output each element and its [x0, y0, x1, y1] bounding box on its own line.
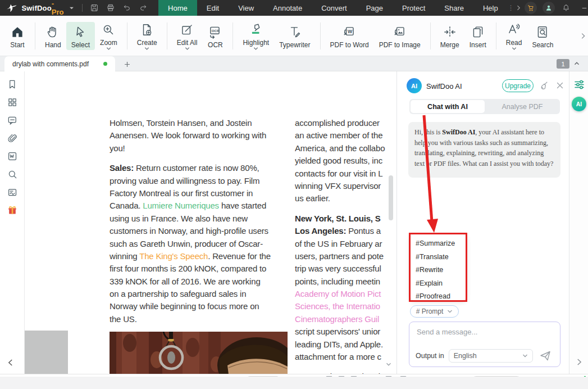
cursor-icon [73, 25, 88, 39]
toolbar-label: Typewriter [279, 41, 310, 49]
swifdoo-app-window: SwifDoo-Pro HomeEditViewAnnotateConvertP… [0, 0, 588, 389]
ribbon-drag-handle[interactable]: ⋮ [508, 4, 514, 12]
ai-assistant-button[interactable]: AI [572, 97, 586, 111]
sidebar-gift-icon[interactable] [6, 203, 19, 217]
menu-annotate[interactable]: Annotate [263, 0, 312, 16]
swifdoo-ai-logo-icon: AI [407, 78, 422, 93]
toolbar-search-button[interactable]: Search [527, 22, 558, 50]
hand-icon [45, 25, 60, 39]
sidebar-signature-icon[interactable] [6, 186, 19, 199]
toolbar-merge-button[interactable]: Merge [435, 22, 464, 50]
toolbar-zoom-button[interactable]: Zoom [95, 20, 122, 52]
menu-view[interactable]: View [229, 0, 263, 16]
toolbar-pdf-to-image-button[interactable]: PDF to Image [374, 22, 426, 50]
dropdown-caret-icon [512, 47, 517, 51]
toolbar-pdf-to-word-button[interactable]: WPDF to Word [325, 22, 374, 50]
save-button[interactable] [86, 0, 102, 16]
pdf-text: Aanensen. We look forward to working wit… [110, 130, 266, 140]
pdf-text: yielded good results, inc [295, 156, 382, 165]
pdf-link[interactable]: Cinematographers Guil [295, 314, 379, 324]
ocr-icon: OCR [208, 25, 222, 39]
toolbar-start-button[interactable]: Start [4, 22, 30, 50]
edit-all-icon [180, 22, 194, 37]
pdf-link[interactable]: Sciences, the Internatio [295, 301, 380, 311]
menu-convert[interactable]: Convert [312, 0, 357, 16]
divider [82, 4, 83, 12]
right-tool-rail: AI [569, 71, 588, 374]
notifications-button[interactable] [558, 0, 575, 16]
menu-page[interactable]: Page [357, 0, 393, 16]
toolbar-separator [496, 22, 496, 49]
document-tab[interactable]: drylab with comments.pdf [4, 56, 115, 71]
pdf-link[interactable]: Lumiere Numeriques [143, 201, 219, 210]
toolbar-hand-button[interactable]: Hand [40, 22, 66, 50]
output-language-select[interactable]: English [449, 349, 533, 363]
pdf-text: us earlier. [295, 193, 330, 203]
collapse-toolbar-icon[interactable] [573, 60, 582, 69]
toolbar-separator [35, 22, 35, 49]
pdf-text-line: contacts for our visit in L [295, 168, 396, 180]
toolbar-label: Search [532, 41, 553, 49]
previous-page-button[interactable] [6, 355, 19, 370]
pdf-text: have started [219, 201, 266, 210]
app-menu-caret-icon[interactable] [69, 6, 74, 10]
toolbar-create-button[interactable]: Create [132, 20, 162, 52]
menu-share[interactable]: Share [435, 0, 473, 16]
toolbar-ocr-button[interactable]: OCROCR [202, 22, 228, 50]
toolbar-edit-all-button[interactable]: Edit All [172, 20, 203, 52]
toolbar-typewriter-button[interactable]: Typewriter [274, 22, 315, 50]
sidebar-attachments-icon[interactable] [6, 132, 19, 145]
toolbar-select-button[interactable]: Select [66, 22, 95, 50]
scroll-down-icon[interactable] [385, 360, 394, 369]
send-message-button[interactable] [539, 349, 552, 363]
menu-edit[interactable]: Edit [197, 0, 229, 16]
tab-analyse-pdf[interactable]: Analyse PDF [485, 99, 560, 114]
menu-overflow-icon[interactable] [515, 4, 522, 11]
undo-button[interactable] [119, 0, 135, 16]
sidebar-thumbnails-icon[interactable] [6, 96, 19, 109]
prompt-dropdown-button[interactable]: # Prompt [410, 305, 459, 318]
pdf-word-icon: W [342, 25, 357, 39]
toolbar-read-button[interactable]: Read [501, 20, 527, 52]
pdf-text: accomplished producer [295, 118, 380, 128]
redo-button[interactable] [135, 0, 152, 16]
sidebar-bookmark-icon[interactable] [6, 78, 19, 91]
pdf-link[interactable]: The King's Speech [139, 251, 208, 261]
expand-panel-icon[interactable] [574, 357, 584, 367]
pdf-text: leading DITs, and Apple. [295, 340, 383, 349]
minimize-button[interactable] [575, 0, 588, 16]
pdf-text-line: attachment for a more c [295, 351, 396, 363]
new-tab-button[interactable] [121, 58, 133, 70]
greeting-text: SwifDoo AI [442, 128, 475, 136]
toolbar-separator [320, 22, 321, 49]
pdf-text-line: Norway while beginning to focus more on [110, 300, 295, 313]
tab-chat-with-ai[interactable]: Chat with AI [411, 100, 485, 113]
message-input[interactable]: Send a message... Output in English [409, 322, 560, 367]
pdf-text: winning VFX supervisor [295, 181, 381, 191]
menu-help[interactable]: Help [473, 0, 508, 16]
pdf-figure-image [110, 332, 288, 374]
sidebar-comments-icon[interactable] [6, 114, 19, 127]
account-button[interactable] [543, 2, 555, 14]
pdf-text-line: Holmsen, Torstein Hansen, and Jostein [110, 117, 295, 129]
pdf-partial-element [25, 331, 68, 374]
ai-greeting-message: Hi, this is SwifDoo AI, your AI assistan… [408, 122, 560, 178]
vertical-scrollbar-thumb[interactable] [389, 175, 393, 220]
menu-protect[interactable]: Protect [393, 0, 435, 16]
sidebar-search-icon[interactable] [6, 168, 19, 181]
svg-text:OCR: OCR [212, 29, 220, 32]
toolbar-separator [233, 22, 233, 49]
store-cart-button[interactable] [525, 2, 537, 14]
toolbar-highlight-button[interactable]: Highlight [238, 20, 274, 52]
settings-sliders-icon[interactable] [573, 79, 585, 91]
menu-home[interactable]: Home [158, 0, 197, 16]
pdf-text-line: customers in Norway, and high-profile us… [110, 225, 295, 237]
toolbar-more-icon[interactable] [579, 32, 587, 40]
close-panel-icon[interactable] [555, 80, 565, 91]
print-button[interactable] [102, 0, 118, 16]
clear-chat-brush-icon[interactable] [539, 80, 549, 91]
pdf-link[interactable]: Academy of Motion Pict [295, 289, 381, 298]
upgrade-button[interactable]: Upgrade [502, 79, 534, 92]
toolbar-insert-button[interactable]: Insert [464, 22, 491, 50]
sidebar-word-export-icon[interactable] [6, 150, 19, 163]
